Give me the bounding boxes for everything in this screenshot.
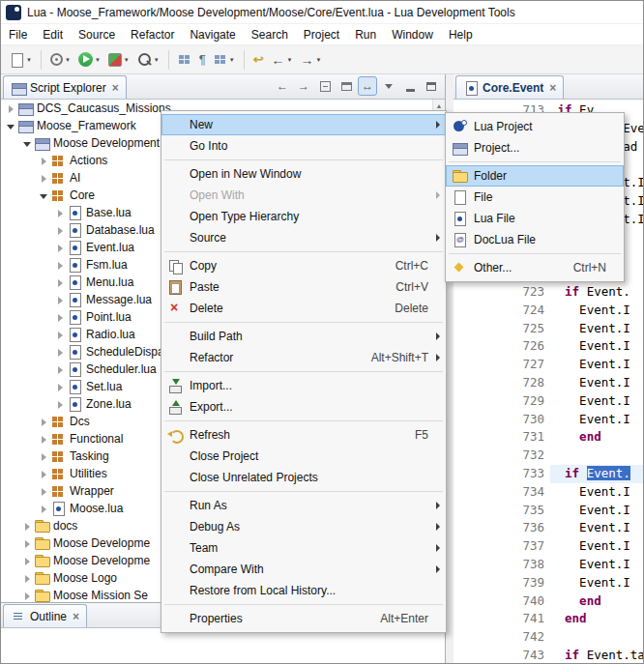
menu-item-properties[interactable]: PropertiesAlt+Enter (161, 608, 446, 629)
expander-icon[interactable] (54, 311, 67, 324)
menu-item-open-with[interactable]: Open With (161, 185, 446, 206)
minimize-icon[interactable] (400, 76, 420, 96)
expander-icon[interactable] (5, 120, 17, 132)
menu-item-close-project[interactable]: Close Project (161, 446, 446, 467)
expander-icon[interactable] (54, 346, 67, 359)
expander-icon[interactable] (38, 172, 50, 185)
expander-icon[interactable] (54, 276, 67, 289)
expander-icon[interactable] (38, 450, 50, 463)
table-button[interactable] (175, 48, 194, 72)
submenu-item-folder[interactable]: Folder (446, 165, 624, 187)
expander-icon[interactable] (54, 259, 67, 272)
source-folder-icon (50, 431, 66, 447)
expander-icon[interactable] (54, 242, 67, 254)
menu-item-go-into[interactable]: Go Into (161, 135, 446, 157)
expander-icon[interactable] (38, 433, 50, 446)
expander-icon[interactable] (38, 503, 50, 515)
back-icon[interactable]: ← (273, 76, 292, 96)
menu-item-debug-as[interactable]: Debug As (161, 516, 446, 537)
tree-item-label: docs (53, 519, 77, 533)
expander-icon[interactable] (54, 224, 67, 237)
back-dropdown[interactable]: ←▼ (269, 48, 296, 72)
tree-item-label: Wrapper (70, 484, 114, 498)
menu-item-new[interactable]: New (161, 114, 446, 135)
expander-icon[interactable] (21, 520, 34, 533)
expander-icon[interactable] (54, 207, 67, 219)
debug-dropdown[interactable]: ▼ (47, 48, 73, 72)
expander-icon[interactable] (54, 381, 67, 393)
folder-icon (452, 168, 467, 184)
lua-file-icon (67, 344, 82, 360)
close-icon[interactable]: × (112, 81, 119, 95)
menu-item-delete[interactable]: DeleteDelete (161, 298, 446, 319)
tab-outline[interactable]: Outline × (3, 604, 87, 627)
pilcrow-button[interactable]: ¶ (196, 48, 209, 72)
menu-item-source[interactable]: Source (161, 227, 446, 248)
menu-item-open-in-new-window[interactable]: Open in New Window (161, 163, 446, 185)
menu-item-open-type-hierarchy[interactable]: Open Type Hierarchy (161, 206, 446, 227)
search-dropdown[interactable]: ▼ (134, 48, 162, 72)
menu-window[interactable]: Window (384, 24, 441, 45)
expander-icon[interactable] (38, 155, 50, 167)
menu-search[interactable]: Search (244, 24, 296, 45)
menu-refactor[interactable]: Refactor (123, 24, 182, 45)
menu-item-team[interactable]: Team (161, 537, 446, 559)
menu-item-refactor[interactable]: RefactorAlt+Shift+T (161, 347, 446, 368)
expander-icon[interactable] (38, 189, 50, 202)
last-edit-location-button[interactable]: ↩ (250, 48, 267, 72)
collapse-all-icon[interactable] (315, 76, 335, 96)
expander-icon[interactable] (54, 294, 67, 306)
submenu-item-project[interactable]: Project... (446, 137, 624, 159)
submenu-item-doclua-file[interactable]: DocLua File (446, 229, 624, 250)
expander-icon[interactable] (5, 102, 17, 115)
menu-edit[interactable]: Edit (35, 24, 71, 45)
menu-navigate[interactable]: Navigate (182, 24, 243, 45)
submenu-item-other[interactable]: Other...Ctrl+N (446, 257, 624, 278)
menu-item-compare-with[interactable]: Compare With (161, 559, 446, 580)
run-dropdown[interactable]: ▼ (75, 48, 103, 72)
expander-icon[interactable] (38, 416, 50, 428)
forward-icon[interactable]: → (294, 76, 313, 96)
submenu-item-file[interactable]: File (446, 187, 624, 208)
tab-script-explorer[interactable]: Script Explorer × (3, 75, 127, 99)
expander-icon[interactable] (21, 555, 34, 567)
menu-item-refresh[interactable]: RefreshF5 (161, 424, 446, 446)
expander-icon[interactable] (21, 137, 34, 150)
menu-item-restore-from-local-history[interactable]: Restore from Local History... (161, 580, 446, 601)
submenu-item-lua-file[interactable]: Lua File (446, 208, 624, 229)
menu-item-import[interactable]: Import... (161, 375, 446, 396)
menu-separator (164, 322, 443, 323)
tab-core-event[interactable]: Core.Event × (455, 75, 564, 99)
expander-icon[interactable] (38, 468, 50, 480)
expander-icon[interactable] (54, 329, 67, 341)
focus-view-icon[interactable] (337, 76, 356, 96)
view-menu-icon[interactable] (379, 76, 398, 96)
expander-icon[interactable] (54, 363, 67, 376)
expander-icon[interactable] (38, 485, 50, 498)
menu-source[interactable]: Source (71, 24, 123, 45)
menu-file[interactable]: File (1, 24, 35, 45)
menu-item-run-as[interactable]: Run As (161, 495, 446, 516)
new-wizard-dropdown[interactable]: ▼ (6, 48, 35, 72)
expander-icon[interactable] (54, 398, 67, 411)
close-icon[interactable]: × (73, 610, 79, 623)
menu-run[interactable]: Run (347, 24, 384, 45)
menu-item-build-path[interactable]: Build Path (161, 326, 446, 347)
menu-item-export[interactable]: Export... (161, 396, 446, 418)
menu-item-close-unrelated-projects[interactable]: Close Unrelated Projects (161, 467, 446, 488)
menu-project[interactable]: Project (296, 24, 347, 45)
submenu-item-lua-project[interactable]: Lua Project (446, 116, 624, 137)
expander-icon[interactable] (21, 572, 34, 585)
link-with-editor-icon[interactable]: ↔ (358, 76, 377, 96)
menu-item-paste[interactable]: PasteCtrl+V (161, 276, 446, 298)
expander-icon[interactable] (21, 590, 34, 602)
menu-help[interactable]: Help (441, 24, 481, 45)
code-text: Event.I (550, 537, 643, 556)
menu-item-copy[interactable]: CopyCtrl+C (161, 255, 446, 276)
coverage-dropdown[interactable]: ▼ (105, 48, 132, 72)
forward-dropdown[interactable]: →▼ (298, 48, 325, 72)
maximize-icon[interactable] (422, 76, 441, 96)
table-dropdown[interactable]: ▼ (211, 48, 238, 72)
close-icon[interactable]: × (549, 81, 556, 95)
expander-icon[interactable] (21, 537, 34, 550)
